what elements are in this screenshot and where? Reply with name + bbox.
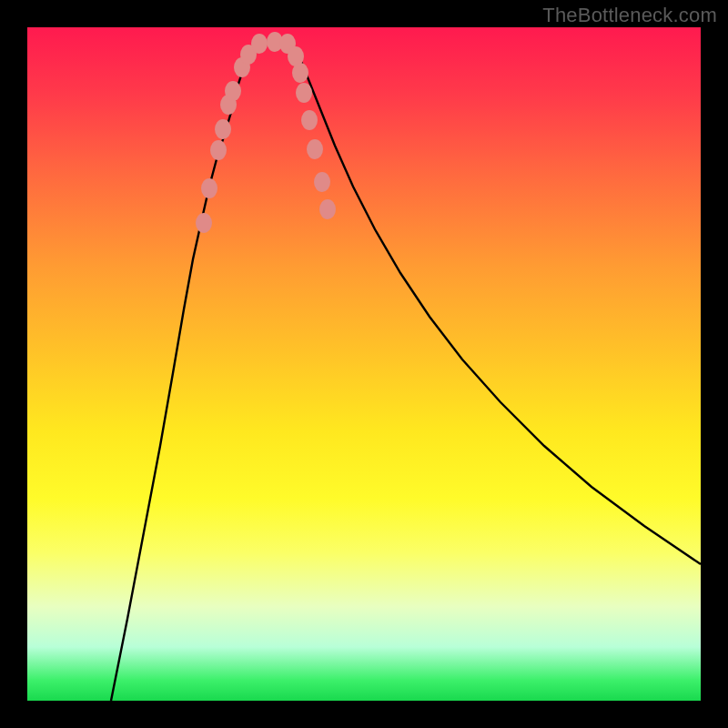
data-marker xyxy=(210,140,227,160)
data-marker xyxy=(251,34,268,54)
data-marker xyxy=(196,213,212,233)
data-marker xyxy=(314,172,330,192)
curve-left xyxy=(111,44,257,701)
data-marker xyxy=(301,110,318,130)
data-marker xyxy=(296,83,312,103)
chart-plot-area xyxy=(27,27,701,701)
data-marker xyxy=(292,63,308,83)
scatter-markers-right xyxy=(267,32,336,219)
curve-right xyxy=(291,44,701,564)
data-marker xyxy=(225,81,241,101)
chart-svg xyxy=(27,27,701,701)
data-marker xyxy=(307,139,323,159)
watermark-text: TheBottleneck.com xyxy=(542,4,717,27)
data-marker xyxy=(319,199,336,219)
data-marker xyxy=(201,178,217,198)
data-marker xyxy=(215,119,231,139)
